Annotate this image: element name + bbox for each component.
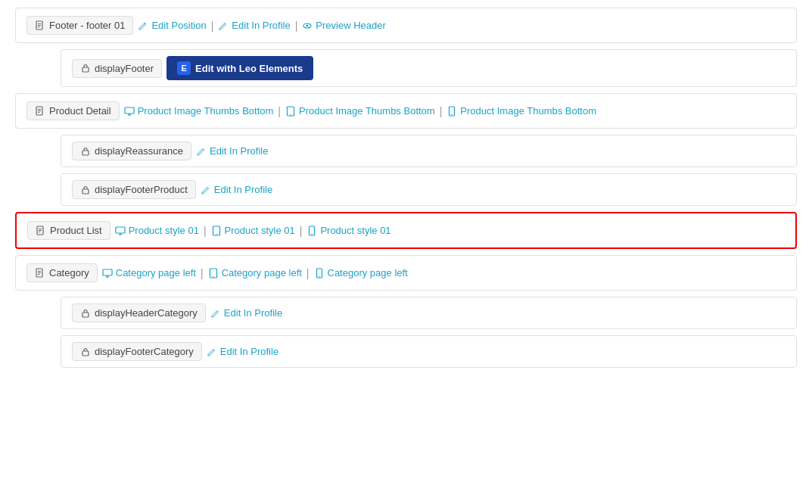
footer-section-row: Footer - footer 01 Edit Position | Edit … <box>15 8 797 43</box>
product-detail-section-row: Product Detail Product Image Thumbs Bott… <box>15 93 797 129</box>
mobile-icon-1 <box>446 106 457 117</box>
edit-icon-3 <box>201 185 211 195</box>
category-section-row: Category Category page left | Category p… <box>15 255 797 291</box>
svg-rect-35 <box>103 269 112 275</box>
footer-badge-label: Footer - footer 01 <box>49 20 125 31</box>
separator-4: | <box>440 105 443 117</box>
display-footer-sub-row: displayFooter E Edit with Leo Elements <box>61 49 797 87</box>
category-page-left-desktop-link[interactable]: Category page left <box>102 267 196 278</box>
separator-2: | <box>295 20 298 32</box>
file-icon-4 <box>35 268 45 278</box>
display-footer-badge: displayFooter <box>72 59 162 78</box>
svg-point-39 <box>213 275 213 276</box>
lock-icon-1 <box>80 63 91 73</box>
product-style-tablet-link[interactable]: Product style 01 <box>211 225 295 236</box>
footer-link-group: Edit Position | Edit In Profile | Previe… <box>138 20 385 32</box>
product-list-section-row: Product List Product style 01 | Product … <box>15 212 797 249</box>
desktop-icon-2 <box>115 226 126 236</box>
mobile-icon-3 <box>314 268 325 278</box>
category-page-left-tablet-link[interactable]: Category page left <box>208 267 302 278</box>
product-image-thumbs-desktop-link[interactable]: Product Image Thumbs Bottom <box>124 105 274 117</box>
eye-icon <box>302 20 313 31</box>
category-page-left-mobile-link[interactable]: Category page left <box>314 267 408 278</box>
separator-3: | <box>278 105 281 117</box>
display-reassurance-badge: displayReassurance <box>72 142 191 160</box>
mobile-icon-2 <box>306 226 317 236</box>
separator-5: | <box>204 225 207 237</box>
product-style-desktop-link[interactable]: Product style 01 <box>115 225 199 236</box>
svg-rect-24 <box>116 227 125 233</box>
separator-8: | <box>306 267 310 279</box>
product-detail-label: Product Detail <box>49 105 111 117</box>
lock-icon-3 <box>80 185 91 195</box>
product-list-link-group: Product style 01 | Product style 01 | Pr… <box>115 225 391 237</box>
svg-rect-42 <box>82 313 89 317</box>
tablet-icon-1 <box>285 106 296 117</box>
file-icon <box>35 20 45 31</box>
svg-rect-43 <box>82 351 89 356</box>
separator-1: | <box>211 20 214 32</box>
footer-badge: Footer - footer 01 <box>26 16 133 35</box>
lock-icon-4 <box>80 308 91 319</box>
edit-position-icon <box>138 20 148 31</box>
category-link-group: Category page left | Category page left … <box>102 267 408 279</box>
display-reassurance-sub-row: displayReassurance Edit In Profile <box>61 135 797 167</box>
display-footer-category-label: displayFooterCategory <box>95 346 194 357</box>
product-image-thumbs-mobile-link[interactable]: Product Image Thumbs Bottom <box>446 105 596 117</box>
edit-icon-2 <box>196 146 207 157</box>
display-header-category-sub-row: displayHeaderCategory Edit In Profile <box>61 297 797 329</box>
display-reassurance-label: displayReassurance <box>95 145 183 157</box>
desktop-icon-3 <box>102 268 113 278</box>
product-image-thumbs-tablet-link[interactable]: Product Image Thumbs Bottom <box>285 105 435 117</box>
file-icon-2 <box>35 106 45 117</box>
edit-icon-4 <box>210 308 221 319</box>
product-list-label: Product List <box>50 225 102 236</box>
svg-point-28 <box>216 233 216 234</box>
edit-icon-1 <box>218 20 229 31</box>
svg-rect-6 <box>82 67 89 72</box>
product-detail-badge: Product Detail <box>26 101 120 120</box>
preview-header-link[interactable]: Preview Header <box>302 20 386 31</box>
separator-7: | <box>201 267 204 279</box>
edit-with-leo-button[interactable]: E Edit with Leo Elements <box>166 56 313 80</box>
svg-point-30 <box>312 233 313 234</box>
edit-in-profile-link-footer[interactable]: Edit In Profile <box>218 20 290 31</box>
tablet-icon-2 <box>211 226 222 236</box>
product-style-mobile-link[interactable]: Product style 01 <box>306 225 390 236</box>
svg-point-15 <box>290 114 291 114</box>
edit-in-profile-header-category-link[interactable]: Edit In Profile <box>210 307 282 319</box>
edit-position-link[interactable]: Edit Position <box>138 20 206 31</box>
svg-rect-19 <box>82 189 89 194</box>
edit-in-profile-footer-product-link[interactable]: Edit In Profile <box>201 184 272 195</box>
edit-icon-5 <box>207 347 217 357</box>
display-footer-product-sub-row: displayFooterProduct Edit In Profile <box>61 173 797 206</box>
tablet-icon-3 <box>208 268 219 278</box>
lock-icon-2 <box>80 146 91 157</box>
display-footer-product-badge: displayFooterProduct <box>72 180 196 199</box>
svg-point-17 <box>452 114 453 114</box>
product-detail-link-group: Product Image Thumbs Bottom | Product Im… <box>124 105 596 117</box>
edit-in-profile-reassurance-link[interactable]: Edit In Profile <box>196 145 268 157</box>
display-footer-category-badge: displayFooterCategory <box>72 342 202 361</box>
svg-point-5 <box>306 24 309 26</box>
display-header-category-label: displayHeaderCategory <box>95 307 198 319</box>
edit-in-profile-footer-category-link[interactable]: Edit In Profile <box>207 346 278 357</box>
desktop-icon-1 <box>124 106 135 117</box>
svg-point-41 <box>319 275 319 276</box>
display-header-category-badge: displayHeaderCategory <box>72 303 206 322</box>
product-list-badge: Product List <box>27 221 110 240</box>
lock-icon-5 <box>80 347 91 357</box>
svg-rect-11 <box>125 107 134 114</box>
separator-6: | <box>300 225 303 237</box>
file-icon-3 <box>36 226 46 236</box>
category-label: Category <box>49 267 89 278</box>
svg-rect-18 <box>82 151 89 155</box>
display-footer-category-sub-row: displayFooterCategory Edit In Profile <box>61 335 797 368</box>
category-badge: Category <box>26 263 98 282</box>
leo-icon: E <box>177 61 191 75</box>
display-footer-label: displayFooter <box>95 63 154 74</box>
display-footer-product-label: displayFooterProduct <box>95 184 188 195</box>
